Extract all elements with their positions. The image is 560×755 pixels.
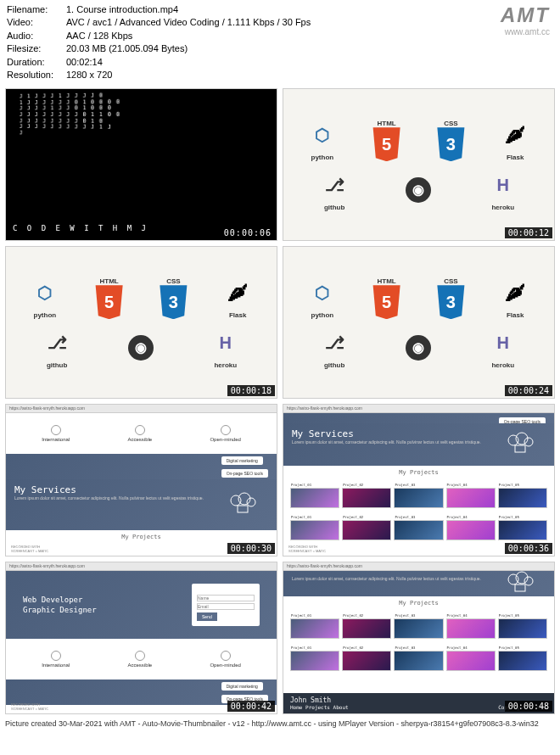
octocat-icon: ◉ — [406, 335, 431, 361]
send-button[interactable]: Send — [197, 612, 217, 621]
thumbnail-8: https://astro-flask-smyth.herokuapp.com … — [283, 562, 555, 714]
browser-chrome: https://astro-flask-smyth.herokuapp.com — [6, 562, 277, 571]
meta-label: Resolution: — [7, 69, 66, 81]
brand-url: www.amt.cc — [501, 27, 550, 36]
svg-rect-7 — [515, 445, 525, 452]
hero-title-2: Graphic Designer — [23, 605, 97, 616]
github-icon: ⎇ — [40, 326, 74, 360]
project-card: Project_04 — [446, 618, 496, 639]
project-card: Project_02 — [342, 520, 391, 540]
brand-logo: AMT www.amt.cc — [501, 3, 553, 81]
github-icon: ⎇ — [317, 326, 351, 360]
tagline-text: C O D E W I T H M J — [13, 225, 148, 233]
flask-icon: 🌶 — [498, 276, 532, 310]
thumbnail-5: https://astro-flask-smyth.herokuapp.com … — [5, 404, 277, 556]
project-card: Project_05 — [498, 520, 547, 540]
svg-point-8 — [508, 574, 518, 584]
footer-links: Home Projects About — [290, 704, 349, 710]
pill: Digital marketing — [221, 682, 263, 691]
timestamp-badge: 00:00:42 — [227, 701, 275, 712]
html5-icon: 5 — [370, 285, 404, 319]
flask-icon: 🌶 — [221, 276, 255, 310]
meta-label: Video: — [7, 16, 66, 29]
meta-label: Audio: — [7, 30, 66, 42]
meta-value: 1. Course introduction.mp4 — [66, 3, 178, 16]
access-icon — [135, 425, 145, 435]
css3-icon: 3 — [156, 285, 190, 319]
browser-chrome: https://astro-flask-smyth.herokuapp.com — [283, 405, 554, 413]
globe-icon — [51, 425, 61, 435]
css3-icon: 3 — [434, 285, 468, 319]
flask-icon: 🌶 — [498, 118, 532, 152]
timestamp-badge: 00:00:36 — [505, 543, 552, 554]
project-card: Project_05 — [498, 488, 547, 508]
meta-label: Filesize: — [7, 42, 66, 55]
projects-heading: My Projects — [283, 466, 554, 479]
project-card: Project_01 — [290, 488, 339, 508]
timestamp-badge: 00:00:18 — [227, 385, 275, 396]
project-card: Project_01 — [290, 651, 339, 671]
access-icon — [135, 651, 145, 661]
pill: Digital marketing — [221, 456, 263, 465]
svg-rect-11 — [515, 584, 525, 591]
name-input[interactable] — [197, 595, 255, 601]
css3-icon: 3 — [434, 127, 468, 161]
project-card: Project_03 — [394, 488, 443, 508]
browser-chrome: https://astro-flask-smyth.herokuapp.com — [6, 405, 277, 413]
binary-code-text: J 1 J J J 1 J J J J 0 1 J J J J J J 0 1 … — [20, 91, 277, 140]
metadata-table: Filename:1. Course introduction.mp4 Vide… — [7, 3, 311, 81]
cloud-computer-icon — [226, 492, 260, 517]
project-card: Project_04 — [446, 520, 496, 540]
watermark: RECORDED WITH SCREENCAST ○ MATIC — [8, 544, 52, 554]
cloud-computer-icon — [503, 432, 537, 457]
html5-icon: 5 — [370, 127, 404, 161]
generator-credit: Picture created 30-Mar-2021 with AMT - A… — [0, 718, 560, 730]
meta-value: AAC / 128 Kbps — [66, 30, 132, 42]
project-card: Project_04 — [446, 488, 496, 508]
thumbnail-4: ⬡python HTML5 CSS3 🌶Flask ⎇github ◉ Hher… — [283, 246, 555, 399]
meta-value: AVC / avc1 / Advanced Video Coding / 1.1… — [66, 16, 311, 29]
octocat-icon: ◉ — [406, 177, 431, 203]
svg-point-0 — [231, 495, 241, 506]
projects-heading: My Projects — [6, 530, 277, 544]
cloud-computer-icon — [503, 571, 537, 596]
project-card: Project_02 — [342, 618, 391, 639]
project-card: Project_05 — [498, 618, 547, 639]
projects-heading: My Projects — [283, 596, 554, 610]
timestamp-badge: 00:00:24 — [505, 385, 552, 396]
meta-label: Duration: — [7, 56, 66, 69]
heroku-icon: H — [486, 168, 520, 202]
meta-label: Filename: — [7, 3, 66, 16]
meta-value: 1280 x 720 — [66, 69, 112, 81]
project-card: Project_03 — [394, 520, 443, 540]
project-card: Project_01 — [290, 618, 339, 639]
octocat-icon: ◉ — [128, 335, 154, 361]
python-icon: ⬡ — [305, 276, 339, 310]
html5-icon: 5 — [92, 285, 126, 319]
project-card: Project_04 — [446, 651, 496, 671]
project-card: Project_02 — [342, 651, 391, 671]
heroku-icon: H — [209, 326, 243, 360]
thumbnail-grid: J 1 J J J 1 J J J J 0 1 J J J J J J 0 1 … — [0, 85, 560, 718]
python-icon: ⬡ — [28, 276, 62, 310]
project-card: Project_02 — [342, 488, 391, 508]
mind-icon — [221, 651, 231, 661]
github-icon: ⎇ — [317, 168, 351, 202]
contact-form: Contact Me Send — [192, 584, 260, 626]
heroku-icon: H — [486, 326, 520, 360]
email-input[interactable] — [197, 603, 255, 610]
timestamp-badge: 00:00:30 — [227, 543, 275, 554]
svg-rect-3 — [238, 506, 248, 512]
python-icon: ⬡ — [305, 118, 339, 152]
mind-icon — [221, 425, 231, 435]
timestamp-badge: 00:00:12 — [505, 227, 552, 238]
browser-chrome: https://astro-flask-smyth.herokuapp.com — [283, 562, 554, 571]
meta-value: 00:02:14 — [66, 56, 103, 69]
thumbnail-1: J 1 J J J 1 J J J J 0 1 J J J J J J 0 1 … — [5, 88, 277, 241]
metadata-header: Filename:1. Course introduction.mp4 Vide… — [0, 0, 560, 85]
watermark: RECORDED WITH SCREENCAST ○ MATIC — [285, 544, 329, 554]
meta-value: 20.03 MB (21.005.094 Bytes) — [66, 42, 188, 55]
contact-title: Contact Me — [197, 589, 255, 594]
thumbnail-3: ⬡python HTML5 CSS3 🌶Flask ⎇github ◉ Hher… — [5, 246, 277, 399]
svg-point-4 — [508, 435, 518, 445]
